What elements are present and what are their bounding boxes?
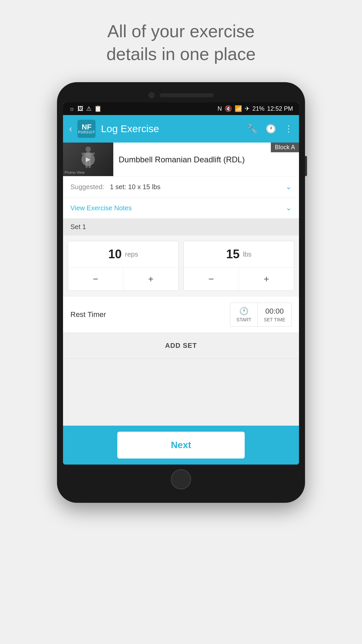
weight-unit: lbs <box>243 251 252 258</box>
reps-increment-button[interactable]: + <box>123 268 178 290</box>
header-title: Log Exercise <box>101 123 241 135</box>
weight-buttons: − + <box>184 267 294 290</box>
reps-unit: reps <box>125 251 138 258</box>
set-header-label: Set 1 <box>70 223 86 230</box>
status-icon-image: 🖼 <box>77 105 83 112</box>
exercise-name: Dumbbell Romanian Deadlift (RDL) <box>119 154 245 165</box>
status-nfc-icon: N <box>218 105 222 112</box>
set-header: Set 1 <box>63 218 299 235</box>
svg-rect-4 <box>85 161 88 168</box>
app-logo: NF PURSUIT <box>77 120 96 138</box>
tagline-line1: All of your exercise <box>107 21 254 41</box>
wrench-icon[interactable]: 🔧 <box>247 124 257 134</box>
header-action-icons: 🔧 🕐 ⋮ <box>247 124 293 134</box>
speaker-grille <box>160 93 214 97</box>
timer-controls: 🕐 START 00:00 SET TIME <box>230 303 292 327</box>
svg-rect-5 <box>88 161 91 168</box>
weight-value-row: 15 lbs <box>184 241 294 267</box>
phone-shell: ☼ 🖼 ⚠ 📋 N 🔇 📶 ✈ 21% 12:52 PM ‹ NF PURSUI… <box>57 82 305 503</box>
status-icon-brightness: ☼ <box>69 105 75 112</box>
status-mute-icon: 🔇 <box>225 105 232 112</box>
next-button[interactable]: Next <box>117 432 245 459</box>
phone-top-bar <box>63 92 299 98</box>
history-icon[interactable]: 🕐 <box>265 124 276 134</box>
timer-set-time-label: SET TIME <box>264 317 285 322</box>
svg-rect-3 <box>91 153 95 155</box>
status-left-icons: ☼ 🖼 ⚠ 📋 <box>69 105 102 112</box>
suggested-value: 1 set: 10 x 15 lbs <box>110 183 161 191</box>
suggested-info: Suggested: 1 set: 10 x 15 lbs <box>70 183 161 191</box>
empty-content-area <box>63 359 299 426</box>
app-header: ‹ NF PURSUIT Log Exercise 🔧 🕐 ⋮ <box>63 115 299 143</box>
phone-bottom <box>63 469 299 489</box>
status-right-icons: N 🔇 📶 ✈ 21% 12:52 PM <box>218 105 293 112</box>
suggested-label: Suggested: <box>70 183 104 191</box>
reps-control: 10 reps − + <box>68 241 179 291</box>
weight-value: 15 <box>226 247 240 261</box>
more-menu-icon[interactable]: ⋮ <box>284 124 293 134</box>
notes-row[interactable]: View Exercise Notes ⌄ <box>63 197 299 218</box>
status-airplane-icon: ✈ <box>245 105 250 112</box>
status-icon-warning: ⚠ <box>86 105 92 112</box>
suggested-row[interactable]: Suggested: 1 set: 10 x 15 lbs ⌄ <box>63 176 299 197</box>
status-wifi-icon: 📶 <box>235 105 242 112</box>
back-button[interactable]: ‹ <box>69 123 72 134</box>
page-tagline: All of your exercise details in one plac… <box>106 20 255 65</box>
block-badge: Block A <box>271 143 299 152</box>
notes-expand-icon[interactable]: ⌄ <box>286 204 292 212</box>
svg-point-0 <box>85 147 91 152</box>
reps-decrement-button[interactable]: − <box>68 268 123 290</box>
tagline-line2: details in one place <box>106 44 255 64</box>
weight-decrement-button[interactable]: − <box>184 268 239 290</box>
set-body: 10 reps − + 15 lbs − + <box>63 235 299 296</box>
reps-value-row: 10 reps <box>68 241 178 267</box>
rest-timer-row: Rest Timer 🕐 START 00:00 SET TIME <box>63 296 299 333</box>
weight-increment-button[interactable]: + <box>239 268 294 290</box>
status-battery: 21% <box>252 105 264 112</box>
add-set-button[interactable]: ADD SET <box>63 333 299 359</box>
status-icon-clipboard: 📋 <box>94 105 102 112</box>
timer-start-button[interactable]: 🕐 START <box>230 303 258 326</box>
side-button <box>305 156 307 176</box>
status-time: 12:52 PM <box>267 105 293 112</box>
svg-rect-1 <box>85 152 91 161</box>
timer-clock-icon: 🕐 <box>239 307 248 316</box>
svg-rect-2 <box>81 153 85 155</box>
reps-buttons: − + <box>68 267 178 290</box>
exercise-thumbnail[interactable]: ▶ Promo View <box>63 143 113 176</box>
suggested-expand-icon[interactable]: ⌄ <box>286 182 292 191</box>
logo-pursuit: PURSUIT <box>78 131 95 134</box>
bottom-bar: Next <box>63 426 299 465</box>
thumbnail-label: Promo View <box>65 170 84 174</box>
exercise-card: ▶ Promo View Dumbbell Romanian Deadlift … <box>63 143 299 176</box>
weight-control: 15 lbs − + <box>183 241 294 291</box>
timer-start-label: START <box>236 317 251 322</box>
timer-set-time-button[interactable]: 00:00 SET TIME <box>258 303 291 326</box>
rest-timer-label: Rest Timer <box>70 310 106 319</box>
logo-nf: NF <box>82 123 92 131</box>
front-camera <box>148 92 155 98</box>
timer-time-value: 00:00 <box>265 307 284 316</box>
reps-value: 10 <box>108 247 122 261</box>
status-bar: ☼ 🖼 ⚠ 📋 N 🔇 📶 ✈ 21% 12:52 PM <box>63 102 299 115</box>
phone-screen: ☼ 🖼 ⚠ 📋 N 🔇 📶 ✈ 21% 12:52 PM ‹ NF PURSUI… <box>63 102 299 465</box>
home-button[interactable] <box>171 469 191 489</box>
notes-label: View Exercise Notes <box>70 204 132 212</box>
